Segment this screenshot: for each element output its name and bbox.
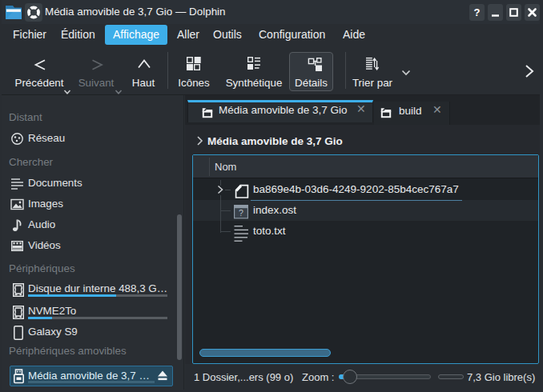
- svg-text:?: ?: [239, 208, 243, 218]
